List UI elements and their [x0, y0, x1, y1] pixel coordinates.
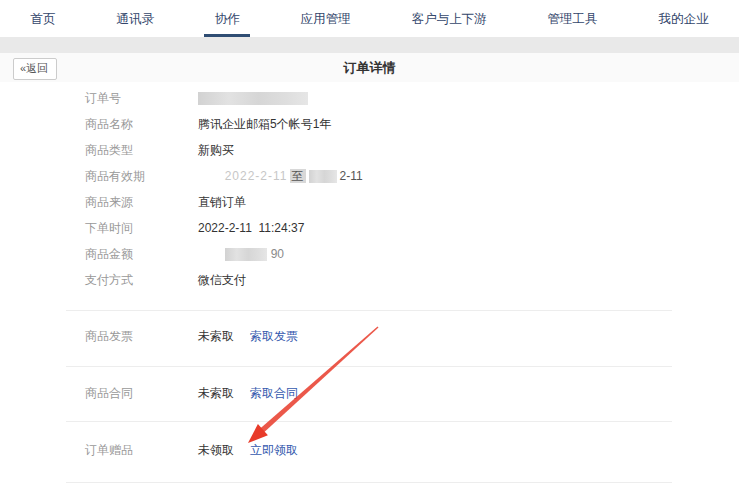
row-contract: 商品合同 未索取 索取合同 — [85, 384, 298, 402]
row-label: 商品类型 — [85, 142, 198, 159]
product-name-value: 腾讯企业邮箱5个帐号1年 — [198, 116, 331, 133]
row-product-type: 商品类型 新购买 — [85, 137, 719, 163]
validity-value-partially-redacted: 2022-2-11至2-11 — [198, 154, 363, 199]
gift-status: 未领取 — [198, 442, 234, 459]
page-title: 订单详情 — [0, 59, 739, 77]
row-label: 商品来源 — [85, 194, 198, 211]
nav-item-customers[interactable]: 客户与上下游 — [412, 6, 487, 37]
divider — [66, 366, 672, 367]
order-detail-page: 首页 通讯录 协作 应用管理 客户与上下游 管理工具 我的企业 订单详情 «返回… — [0, 0, 739, 504]
claim-gift-link[interactable]: 立即领取 — [250, 442, 298, 459]
nav-item-app-management[interactable]: 应用管理 — [301, 6, 351, 37]
row-source: 商品来源 直销订单 — [85, 189, 719, 215]
nav-item-collaboration[interactable]: 协作 — [215, 6, 240, 37]
validity-start-fragment: 2022-2-11 — [225, 169, 288, 183]
row-label: 商品有效期 — [85, 168, 198, 185]
row-label: 订单赠品 — [85, 442, 198, 459]
toolbar: 订单详情 «返回 — [0, 53, 739, 82]
row-label: 商品金额 — [85, 246, 198, 263]
row-payment: 支付方式 微信支付 — [85, 267, 719, 293]
back-button[interactable]: «返回 — [13, 58, 57, 80]
divider — [66, 482, 672, 483]
row-gift: 订单赠品 未领取 立即领取 — [85, 441, 298, 459]
row-order-time: 下单时间 2022-2-11 11:24:37 — [85, 215, 719, 241]
amount-end-fragment: 90 — [271, 247, 284, 261]
invoice-status: 未索取 — [198, 328, 234, 345]
divider — [66, 310, 672, 311]
validity-end-fragment: 2-11 — [340, 169, 363, 183]
nav-item-contacts[interactable]: 通讯录 — [116, 6, 154, 37]
row-label: 支付方式 — [85, 272, 198, 289]
redacted-validity-middle — [309, 170, 337, 183]
row-invoice: 商品发票 未索取 索取发票 — [85, 327, 298, 345]
divider — [66, 421, 672, 422]
row-label: 下单时间 — [85, 220, 198, 237]
source-value: 直销订单 — [198, 194, 246, 211]
row-validity: 商品有效期 2022-2-11至2-11 — [85, 163, 719, 189]
nav-item-home[interactable]: 首页 — [30, 6, 55, 37]
payment-value: 微信支付 — [198, 272, 246, 289]
row-label: 商品合同 — [85, 385, 198, 402]
row-label: 订单号 — [85, 90, 198, 107]
nav-item-my-company[interactable]: 我的企业 — [658, 6, 708, 37]
redacted-order-number — [198, 92, 308, 105]
row-label: 商品名称 — [85, 116, 198, 133]
nav-item-collaboration-label: 协作 — [215, 12, 240, 26]
request-contract-link[interactable]: 索取合同 — [250, 385, 298, 402]
request-invoice-link[interactable]: 索取发票 — [250, 328, 298, 345]
top-nav: 首页 通讯录 协作 应用管理 客户与上下游 管理工具 我的企业 — [0, 0, 739, 37]
row-product-name: 商品名称 腾讯企业邮箱5个帐号1年 — [85, 111, 719, 137]
order-details: 订单号 商品名称 腾讯企业邮箱5个帐号1年 商品类型 新购买 商品有效期 202… — [85, 85, 719, 293]
nav-item-admin-tools[interactable]: 管理工具 — [548, 6, 598, 37]
redacted-amount — [225, 248, 267, 261]
row-label: 商品发票 — [85, 328, 198, 345]
validity-separator-fragment: 至 — [290, 169, 306, 183]
amount-value-partially-redacted: 90 — [198, 233, 284, 275]
gray-strip — [0, 37, 739, 53]
row-order-number: 订单号 — [85, 85, 719, 111]
contract-status: 未索取 — [198, 385, 234, 402]
row-amount: 商品金额 90 — [85, 241, 719, 267]
